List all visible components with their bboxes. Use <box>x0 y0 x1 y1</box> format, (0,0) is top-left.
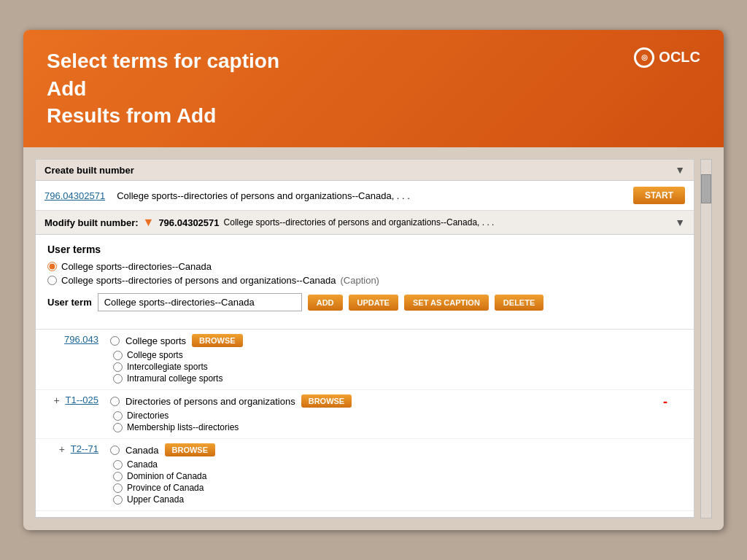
user-term-input[interactable] <box>98 293 302 311</box>
term-link-1[interactable]: 796.043 <box>64 334 98 345</box>
list-item: Directories <box>110 411 663 421</box>
term2-sub2-label: Membership lists--directories <box>127 422 239 432</box>
term3-sub1-label: Canada <box>127 459 158 470</box>
terms-table: 796.043 College sports BROWSE College sp… <box>36 329 694 518</box>
content-area: Create built number ▼ 796.04302571 Colle… <box>23 147 724 530</box>
table-row: 796.043 College sports BROWSE College sp… <box>36 330 694 390</box>
term3-sub1-radio[interactable] <box>113 460 123 470</box>
scrollbar[interactable] <box>700 159 712 518</box>
term3-sub2-radio[interactable] <box>113 472 123 481</box>
term3-sub2-label: Dominion of Canada <box>127 471 206 481</box>
modify-label: Modify built number: <box>44 217 139 228</box>
term-link-3[interactable]: T2--71 <box>71 443 98 454</box>
term3-sub4-label: Upper Canada <box>127 494 184 505</box>
term1-sub2-label: Intercollegiate sports <box>127 362 208 372</box>
user-term-label: User term <box>47 297 92 308</box>
built-number-link[interactable]: 796.04302571 <box>44 190 105 201</box>
radio-college-sports-directories-input[interactable] <box>47 262 57 271</box>
page-title: Select terms for caption Add Results fro… <box>47 47 279 130</box>
orange-arrow-icon: ▼ <box>143 216 155 229</box>
modify-description: College sports--directories of persons a… <box>224 217 495 228</box>
term1-sub2-radio[interactable] <box>113 362 123 372</box>
term3-radio[interactable] <box>110 446 120 455</box>
minus-icon[interactable]: - <box>663 394 682 410</box>
term1-sub1-label: College sports <box>127 350 183 360</box>
term2-label: Directories of persons and organizations <box>125 396 295 407</box>
radio-college-sports-directories: College sports--directories--Canada <box>47 261 682 272</box>
modify-number: 796.04302571 <box>158 217 219 228</box>
radio1-label: College sports--directories--Canada <box>61 261 212 272</box>
user-term-row: User term ADD UPDATE SET AS CAPTION DELE… <box>47 293 682 311</box>
list-item: College sports <box>110 350 682 360</box>
term2-sub1-label: Directories <box>127 411 169 421</box>
radio2-suffix: (Caption) <box>340 275 379 286</box>
table-row: + T2--71 Canada BROWSE Canada <box>36 439 694 511</box>
term-main-row-2: Directories of persons and organizations… <box>110 394 663 408</box>
term3-label: Canada <box>125 445 159 456</box>
term-content-2: Directories of persons and organizations… <box>110 394 682 434</box>
built-number-row: 796.04302571 College sports--directories… <box>36 181 694 211</box>
oclc-logo: ◎ OCLC <box>634 47 700 68</box>
add-button[interactable]: ADD <box>308 295 343 311</box>
user-terms-title: User terms <box>47 244 682 255</box>
browse-button-2[interactable]: BROWSE <box>301 394 352 408</box>
term-id-1: 796.043 <box>47 334 98 345</box>
radio-college-sports-persons: College sports--directories of persons a… <box>47 275 682 286</box>
list-item: Province of Canada <box>110 483 682 493</box>
modify-section-header: Modify built number: ▼ 796.04302571 Coll… <box>36 211 694 235</box>
radio2-label: College sports--directories of persons a… <box>61 275 336 286</box>
list-item: Upper Canada <box>110 494 682 505</box>
term1-label: College sports <box>125 335 186 346</box>
radio-college-sports-persons-input[interactable] <box>47 276 57 285</box>
term1-sub3-radio[interactable] <box>113 374 123 384</box>
list-item: Intercollegiate sports <box>110 362 682 372</box>
logo-text: OCLC <box>659 49 700 66</box>
term-main-row-3: Canada BROWSE <box>110 443 682 456</box>
set-caption-button[interactable]: SET AS CAPTION <box>404 295 489 311</box>
browse-button-3[interactable]: BROWSE <box>165 443 216 456</box>
page-header: Select terms for caption Add Results fro… <box>23 30 724 147</box>
app-container: Select terms for caption Add Results fro… <box>23 30 724 530</box>
term3-sub3-label: Province of Canada <box>127 483 204 493</box>
term2-sub1-radio[interactable] <box>113 411 123 421</box>
term3-sub4-radio[interactable] <box>113 495 123 505</box>
create-section-title: Create built number <box>44 165 134 176</box>
scrollbar-thumb[interactable] <box>701 174 711 203</box>
term-link-2[interactable]: T1--025 <box>65 394 98 405</box>
update-button[interactable]: UPDATE <box>349 295 398 311</box>
browse-button-1[interactable]: BROWSE <box>192 334 243 347</box>
create-section-header: Create built number ▼ <box>36 160 694 181</box>
term-main-row-1: College sports BROWSE <box>110 334 682 347</box>
term-content-1: College sports BROWSE College sports Int… <box>110 334 682 385</box>
term3-sub3-radio[interactable] <box>113 483 123 493</box>
term1-sub3-label: Intramural college sports <box>127 373 222 384</box>
list-item: Canada <box>110 459 682 470</box>
modify-dropdown-arrow-icon[interactable]: ▼ <box>675 217 685 228</box>
term2-radio[interactable] <box>110 397 120 406</box>
table-row: + T1--025 Directories of persons and org… <box>36 390 694 439</box>
term-content-3: Canada BROWSE Canada Dominion of Canada <box>110 443 682 506</box>
start-button[interactable]: START <box>633 187 685 204</box>
delete-button[interactable]: DELETE <box>495 295 543 311</box>
term2-sub2-radio[interactable] <box>113 423 123 432</box>
create-dropdown-arrow-icon[interactable]: ▼ <box>675 164 685 176</box>
number-description: College sports--directories of persons a… <box>117 190 410 201</box>
term1-radio[interactable] <box>110 336 120 346</box>
list-item: Membership lists--directories <box>110 422 663 432</box>
list-item: Dominion of Canada <box>110 471 682 481</box>
list-item: Intramural college sports <box>110 373 682 384</box>
plus-icon-1: + <box>53 394 62 406</box>
term1-sub1-radio[interactable] <box>113 351 123 360</box>
plus-icon-2: + <box>59 443 68 455</box>
oclc-circle-icon: ◎ <box>634 47 654 68</box>
bottom-divider <box>36 517 694 518</box>
main-panel: Create built number ▼ 796.04302571 Colle… <box>35 159 694 518</box>
user-terms-area: User terms College sports--directories--… <box>36 235 694 329</box>
